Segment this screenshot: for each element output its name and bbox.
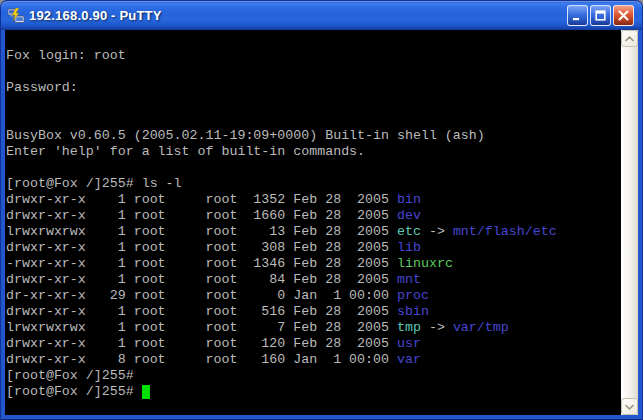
terminal-line: BusyBox v0.60.5 (2005.02.11-19:09+0000) … — [6, 128, 620, 144]
scroll-up-button[interactable] — [621, 30, 638, 47]
title-bar[interactable]: 192.168.0.90 - PuTTY — [1, 1, 642, 30]
terminal-line — [6, 160, 620, 176]
scroll-down-button[interactable] — [621, 398, 638, 415]
terminal-line: dr-xr-xr-x 29 root root 0 Jan 1 00:00 pr… — [6, 288, 620, 304]
terminal-line: drwxr-xr-x 1 root root 1352 Feb 28 2005 … — [6, 192, 620, 208]
minimize-button[interactable] — [567, 5, 588, 26]
terminal-line: drwxr-xr-x 1 root root 308 Feb 28 2005 l… — [6, 240, 620, 256]
terminal-line: Fox login: root — [6, 48, 620, 64]
terminal-line: Enter 'help' for a list of built-in comm… — [6, 144, 620, 160]
terminal-line: lrwxrwxrwx 1 root root 7 Feb 28 2005 tmp… — [6, 320, 620, 336]
window-body: Fox login: root Password: BusyBox v0.60.… — [5, 30, 638, 415]
terminal-lines: Fox login: root Password: BusyBox v0.60.… — [6, 48, 620, 400]
chevron-up-icon — [625, 36, 634, 42]
terminal-line — [6, 112, 620, 128]
terminal-line: drwxr-xr-x 1 root root 120 Feb 28 2005 u… — [6, 336, 620, 352]
terminal-line: drwxr-xr-x 1 root root 84 Feb 28 2005 mn… — [6, 272, 620, 288]
terminal-line — [6, 96, 620, 112]
close-icon — [617, 9, 630, 22]
window-controls — [567, 5, 634, 26]
putty-window: 192.168.0.90 - PuTTY Fox login: — [0, 0, 643, 420]
chevron-down-icon — [625, 404, 634, 410]
maximize-button[interactable] — [590, 5, 611, 26]
terminal-line: lrwxrwxrwx 1 root root 13 Feb 28 2005 et… — [6, 224, 620, 240]
close-button[interactable] — [613, 5, 634, 26]
putty-app-icon[interactable] — [7, 8, 25, 24]
terminal-line: [root@Fox /]255# — [6, 368, 620, 384]
terminal-line — [6, 64, 620, 80]
terminal-line: -rwxr-xr-x 1 root root 1346 Feb 28 2005 … — [6, 256, 620, 272]
terminal-cursor — [142, 385, 150, 399]
terminal-screen[interactable]: Fox login: root Password: BusyBox v0.60.… — [6, 48, 620, 415]
terminal-line: Password: — [6, 80, 620, 96]
scrollbar-thumb[interactable] — [621, 47, 638, 398]
terminal-line: [root@Fox /]255# — [6, 384, 620, 400]
terminal-line: drwxr-xr-x 1 root root 516 Feb 28 2005 s… — [6, 304, 620, 320]
window-title: 192.168.0.90 - PuTTY — [29, 8, 162, 23]
scrollbar — [621, 30, 638, 415]
terminal-line: drwxr-xr-x 8 root root 160 Jan 1 00:00 v… — [6, 352, 620, 368]
maximize-icon — [594, 9, 607, 22]
minimize-icon — [571, 9, 584, 22]
terminal-line: drwxr-xr-x 1 root root 1660 Feb 28 2005 … — [6, 208, 620, 224]
terminal-line: [root@Fox /]255# ls -l — [6, 176, 620, 192]
